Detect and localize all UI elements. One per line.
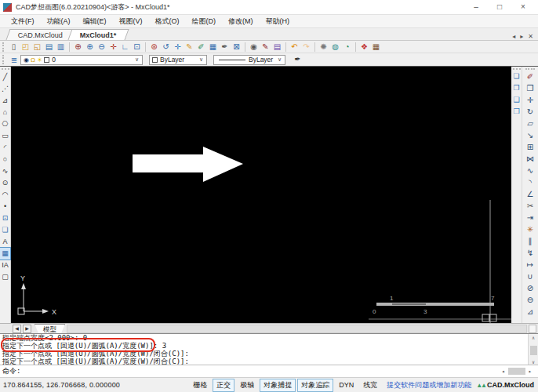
tab-close-icon[interactable]: ✕	[525, 33, 536, 40]
tab-model[interactable]: 模型	[35, 324, 65, 333]
status-toggle-grid[interactable]: 栅格	[189, 379, 211, 392]
toolbar-icon-undo[interactable]: ↶	[289, 42, 300, 53]
layer-lock-icon[interactable]: Ω	[31, 56, 35, 64]
scroll-up-icon[interactable]: ∧	[529, 334, 538, 341]
modify-icon-join[interactable]: ∪	[524, 270, 536, 282]
modify-icon-break[interactable]: ↯	[524, 247, 536, 259]
modify-icon-explode[interactable]: ✳	[524, 223, 536, 235]
tab-scroll-left-icon[interactable]: ◂	[510, 33, 518, 40]
horizontal-scrollbar[interactable]	[67, 325, 527, 333]
menu-item[interactable]: 视图(V)	[113, 15, 149, 27]
modify-icon-trim[interactable]: ✂	[524, 200, 536, 212]
modify-icon-array[interactable]: ⊞	[524, 141, 536, 153]
modify-icon-mirror[interactable]: ⋈	[524, 153, 536, 165]
modify-icon-fillet[interactable]: ◝	[524, 176, 536, 188]
menu-item[interactable]: 绘图(D)	[186, 15, 223, 27]
status-toggle-lineweight[interactable]: 线宽	[359, 379, 381, 392]
draw-icon-point[interactable]: •	[0, 201, 10, 212]
clipboard-icon-paste-block[interactable]: ❒	[511, 106, 522, 118]
toolbar-icon-draw-pen[interactable]: ✒	[219, 42, 231, 53]
modify-icon-rotate[interactable]: ↻	[524, 106, 536, 118]
modify-icon-ellipse-edit[interactable]: ⊘	[524, 282, 536, 294]
toolbar-icon-select-box[interactable]: ⊠	[231, 42, 242, 53]
toolbar-icon-open-cloud[interactable]: ◱	[31, 42, 43, 53]
modify-icon-chamfer[interactable]: ∠	[524, 188, 536, 200]
command-input-row[interactable]: 命令: ◂ ▸	[0, 365, 538, 377]
layer-freeze-icon[interactable]: ☀	[37, 56, 42, 64]
modify-icon-offset[interactable]: ∥	[524, 235, 536, 247]
status-toggle-ortho[interactable]: 正交	[213, 379, 234, 392]
toolbar-icon-zoom-in[interactable]: ⊕	[84, 42, 96, 53]
toolbar-drag-handle[interactable]	[2, 55, 5, 64]
command-scrollbar[interactable]: ∧ ∨	[528, 334, 538, 365]
command-history[interactable]: 指定端点宽度<2.000>: 0指定下一个点或 [回退(U)/圆弧(A)/宽度(…	[0, 333, 538, 365]
toolbar-icon-edit-text[interactable]: ✎	[260, 42, 271, 53]
draw-icon-arc[interactable]: ◜	[0, 142, 10, 154]
draw-icon-text[interactable]: A	[0, 236, 10, 248]
toolbar-icon-zoom-previous[interactable]: ∟	[119, 42, 131, 53]
command-prompt[interactable]: 命令:	[0, 366, 20, 376]
toolbar-icon-about[interactable]: ◔	[341, 42, 353, 53]
draw-icon-ellipse[interactable]: ⊙	[0, 177, 10, 189]
menu-item[interactable]: 格式(O)	[149, 15, 186, 27]
toolbar-icon-export-pdf[interactable]: ❖	[358, 42, 370, 53]
command-hscrollbar[interactable]: ◂ ▸	[499, 368, 538, 375]
menu-item[interactable]: 文件(F)	[5, 15, 41, 27]
maximize-button[interactable]: □	[488, 1, 511, 14]
toolbar-icon-measure[interactable]: ✐	[195, 42, 207, 53]
doc-tab-mxcloud1[interactable]: MxCloud1*	[67, 29, 129, 40]
tab-scroll-right-icon[interactable]: ▸	[518, 33, 525, 40]
feedback-link[interactable]: 提交软件问题或增加新功能	[387, 380, 471, 390]
modify-icon-scale[interactable]: ▱	[524, 118, 536, 129]
chevron-down-icon[interactable]: ∨	[276, 56, 283, 63]
draw-icon-make-block[interactable]: ❏	[0, 224, 10, 236]
layer-on-icon[interactable]: ◉	[24, 56, 29, 64]
menu-item[interactable]: 编辑(E)	[77, 15, 113, 27]
linetype-select[interactable]: ByLayer ∨	[213, 55, 285, 65]
toolbar-icon-save[interactable]: ▤	[43, 42, 55, 53]
status-toggle-dyn[interactable]: DYN	[335, 379, 358, 390]
toolbar-icon-solid-fill[interactable]: ▦	[207, 42, 219, 53]
toolbar-drag-handle[interactable]	[2, 68, 9, 71]
toolbar-icon-zoom-out[interactable]: ⊖	[96, 42, 107, 53]
doc-tab-cad-mxcloud[interactable]: CAD.MxCloud	[5, 29, 75, 40]
toolbar-icon-redo[interactable]: ↷	[300, 42, 312, 53]
draw-icon-rectangle[interactable]: ▭	[0, 130, 10, 142]
clipboard-icon-paste[interactable]: ❑	[511, 94, 522, 106]
toolbar-icon-move-view[interactable]: ✛	[172, 42, 184, 53]
close-button[interactable]: ×	[511, 1, 535, 14]
status-toggle-otrack[interactable]: 对象追踪	[297, 379, 333, 392]
modify-icon-extend[interactable]: ⇥	[524, 212, 536, 223]
draw-icon-inscribed-polygon[interactable]: ⎔	[0, 118, 10, 130]
toolbar-icon-save-as[interactable]: ▥	[55, 42, 67, 53]
modify-icon-stretch[interactable]: ↘	[524, 129, 536, 141]
modify-icon-erase[interactable]: ✐	[524, 71, 536, 82]
status-toggle-polar[interactable]: 极轴	[236, 379, 258, 392]
toolbar-icon-zoom-extents[interactable]: ⊕	[72, 42, 84, 53]
layer-manager-icon[interactable]: ≣	[8, 56, 20, 64]
modify-icon-polyline-edit[interactable]: ⊿	[524, 306, 536, 318]
toolbar-icon-new-file[interactable]: ▯	[8, 42, 20, 53]
draw-icon-region[interactable]: ▢	[0, 271, 10, 283]
scroll-left-icon[interactable]: ◂	[499, 368, 508, 375]
scrollbar-thumb[interactable]	[530, 346, 537, 355]
chevron-down-icon[interactable]: ∨	[198, 56, 205, 63]
toolbar-icon-edit-pencil[interactable]: ✎	[184, 42, 195, 53]
layer-select[interactable]: ◉ Ω ☀ 0 ∨	[20, 55, 143, 65]
chevron-down-icon[interactable]: ∨	[133, 56, 140, 63]
layout-next-icon[interactable]: ▶	[23, 325, 31, 333]
draw-icon-mtext[interactable]: IA	[0, 260, 10, 271]
draw-icon-polygon[interactable]: ⌂	[0, 107, 10, 118]
menu-item[interactable]: 修改(M)	[222, 15, 260, 27]
draw-icon-ellipse-arc[interactable]: ◠	[0, 189, 10, 201]
toolbar-icon-zoom-window[interactable]: ⊡	[131, 42, 143, 53]
color-select[interactable]: ByLayer ∨	[149, 55, 207, 65]
minimize-button[interactable]: –	[464, 1, 488, 14]
drawing-canvas[interactable]: Y X 1 7 0 3	[11, 67, 511, 323]
modify-icon-spline-edit[interactable]: ∿	[524, 165, 536, 176]
toolbar-icon-redraw[interactable]: ⊛	[148, 42, 160, 53]
toolbar-drag-handle[interactable]	[525, 68, 535, 70]
toolbar-icon-pan[interactable]: ✛	[107, 42, 119, 53]
toolbar-icon-website[interactable]: ◍	[329, 42, 341, 53]
draw-icon-construction-line[interactable]: ⋰	[0, 83, 10, 95]
